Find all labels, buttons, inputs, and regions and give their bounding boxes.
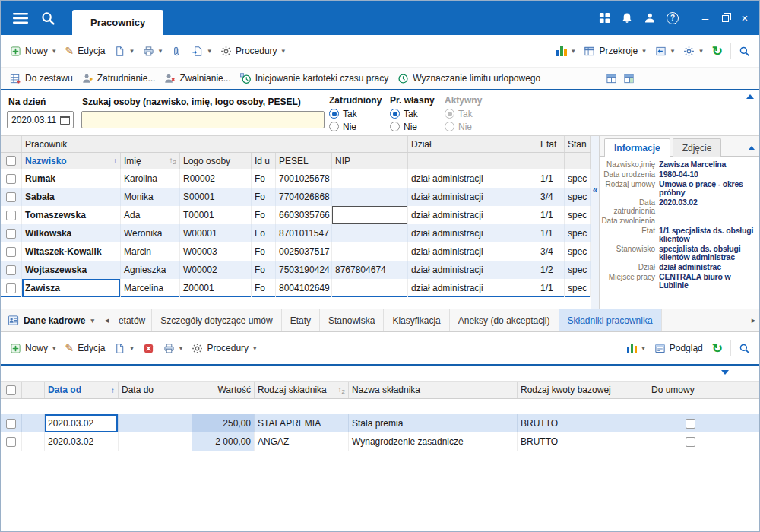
refresh-button[interactable]: ↻ (708, 339, 727, 358)
cell-nazwa[interactable]: Wynagrodzenie zasadnicze (349, 432, 518, 451)
column-imie[interactable]: Imię↑2 (121, 153, 180, 169)
cell-nazwa[interactable]: Stała premia (349, 414, 518, 432)
sort-asc-icon[interactable]: ↑ (111, 386, 115, 394)
refresh-button[interactable]: ↻ (708, 42, 727, 61)
maximize-button[interactable] (720, 12, 730, 24)
pr-wlasny-tak-radio[interactable]: Tak (390, 108, 435, 119)
cell-nip[interactable] (332, 279, 408, 297)
inicjowanie-button[interactable]: Inicjowanie kartoteki czasu pracy (236, 70, 393, 87)
cell-dzial[interactable]: dział administracji (408, 242, 537, 261)
cell-stan[interactable]: spec (565, 224, 591, 242)
column-etat[interactable]: Etat (537, 136, 565, 152)
cell-id[interactable]: Fo (252, 261, 276, 279)
procedures-button[interactable]: Procedury ▾ (187, 340, 261, 357)
employee-row[interactable]: Wilkowska Weronika W00001 Fo 8701011547 … (1, 224, 591, 242)
column-logo-osoby[interactable]: Logo osoby (180, 153, 252, 169)
cell-pesel[interactable]: 7001025678 (276, 169, 332, 188)
column-data-od[interactable]: Data od↑ (45, 382, 119, 398)
component-row[interactable]: 2020.03.02 2 000,00 ANGAZ Wynagrodzenie … (1, 432, 759, 451)
window-nav-button[interactable]: ▾ (651, 43, 679, 60)
cell-imie[interactable]: Weronika (121, 224, 180, 242)
document-menu-button[interactable]: ▾ (109, 43, 138, 60)
column-data-do[interactable]: Data do (119, 382, 192, 398)
cell-rodzaj[interactable]: STALAPREMIA (255, 414, 349, 432)
cell-wartosc[interactable]: 250,00 (192, 414, 255, 432)
cell-nip-editing[interactable] (332, 206, 408, 224)
tab-aneksy[interactable]: Aneksy (do akceptacji) (450, 309, 559, 331)
tabs-scroll-left[interactable]: ◂ (101, 309, 112, 331)
column-rodzaj-kwoty[interactable]: Rodzaj kwoty bazowej (518, 382, 648, 398)
cell-kwota[interactable]: BRUTTO (518, 414, 648, 432)
column-id[interactable]: Id u (252, 153, 276, 169)
tabs-scroll-right[interactable]: ▸ (748, 309, 759, 331)
menu-icon[interactable] (7, 1, 34, 35)
new-component-button[interactable]: Nowy ▾ (5, 340, 61, 357)
row-checkbox[interactable] (6, 211, 16, 220)
cell-pesel[interactable]: 8701011547 (276, 224, 332, 242)
cell-logo[interactable]: W00002 (180, 261, 252, 279)
cell-pesel[interactable]: 0025037517 (276, 242, 332, 261)
cell-nip[interactable] (332, 169, 408, 188)
tab-informacje[interactable]: Informacje (604, 138, 670, 157)
pr-wlasny-nie-radio[interactable]: Nie (390, 121, 435, 132)
cell-etat[interactable]: 1/1 (537, 206, 565, 224)
column-dzial[interactable]: Dział (408, 136, 537, 152)
cell-data-od-focused[interactable]: 2020.03.02 (45, 414, 119, 432)
column-stan[interactable]: Stan (565, 136, 591, 152)
cell-pesel[interactable]: 6603035766 (276, 206, 332, 224)
cell-imie[interactable]: Marcin (121, 242, 180, 261)
dane-kadrowe-selector[interactable]: Dane kadrowe ▾ (1, 309, 101, 331)
szukaj-input[interactable] (81, 111, 325, 128)
cell-data-do[interactable] (119, 432, 192, 451)
column-do-umowy[interactable]: Do umowy (648, 382, 733, 398)
przekroje-button[interactable]: Przekroje ▾ (579, 43, 650, 60)
select-all-checkbox[interactable] (6, 156, 16, 166)
cell-nip[interactable] (332, 224, 408, 242)
cell-etat[interactable]: 1/1 (537, 169, 565, 188)
row-checkbox[interactable] (6, 265, 16, 275)
sort-asc-icon[interactable]: ↑2 (169, 156, 176, 166)
row-checkbox[interactable] (6, 283, 16, 293)
cell-etat[interactable]: 1/1 (537, 224, 565, 242)
employee-row[interactable]: Wojtaszewska Agnieszka W00002 Fo 7503190… (1, 261, 591, 279)
tab-etaty[interactable]: Etaty (282, 309, 320, 331)
zatrudniony-nie-radio[interactable]: Nie (329, 121, 382, 132)
tab-etatow[interactable]: etatów (112, 309, 152, 331)
cell-dzial[interactable]: dział administracji (408, 188, 537, 206)
edit-button[interactable]: ✎ Edycja (61, 43, 110, 59)
do-umowy-checkbox[interactable] (686, 437, 695, 447)
na-dzien-input[interactable]: 2020.03.11 (7, 111, 74, 128)
column-wartosc[interactable]: Wartość (192, 382, 255, 398)
cell-stan[interactable]: spec (565, 242, 591, 261)
cell-nazwisko[interactable]: Rumak (22, 169, 121, 188)
search-icon[interactable] (34, 1, 62, 35)
cell-data-od[interactable]: 2020.03.02 (45, 432, 119, 451)
chart-button[interactable]: ▾ (622, 340, 650, 356)
apps-grid-icon[interactable] (599, 12, 610, 24)
new-button[interactable]: Nowy ▾ (5, 43, 61, 60)
minimize-button[interactable]: – (700, 12, 711, 24)
column-nazwisko[interactable]: Nazwisko↑ (22, 153, 121, 169)
cell-imie[interactable]: Marcelina (121, 279, 180, 297)
cell-dzial[interactable]: dział administracji (408, 224, 537, 242)
calendar-icon[interactable] (60, 116, 70, 125)
panel-collapse-handle[interactable]: « (591, 136, 600, 309)
column-rodzaj-skladnika[interactable]: Rodzaj składnika↑2 (255, 382, 349, 398)
settings-button[interactable]: ▾ (679, 43, 708, 60)
cell-logo[interactable]: T00001 (180, 206, 252, 224)
search-records-button[interactable] (734, 43, 755, 60)
row-checkbox[interactable] (6, 229, 16, 239)
cell-stan[interactable]: spec (565, 169, 591, 188)
cell-nazwisko[interactable]: Witaszek-Kowalik (22, 242, 121, 261)
cell-nazwisko-focused[interactable]: Zawisza (22, 279, 121, 297)
collapse-filter-icon[interactable] (746, 94, 754, 99)
attachment-button[interactable] (166, 43, 187, 60)
employee-row[interactable]: Witaszek-Kowalik Marcin W00003 Fo 002503… (1, 242, 591, 261)
row-checkbox[interactable] (6, 174, 16, 184)
grid-columns-icon[interactable] (623, 73, 635, 84)
employee-row[interactable]: Rumak Karolina R00002 Fo 7001025678 dzia… (1, 169, 591, 188)
cell-pesel[interactable]: 7503190424 (276, 261, 332, 279)
edit-component-button[interactable]: ✎ Edycja (61, 340, 110, 356)
help-icon[interactable]: ? (667, 12, 679, 24)
cell-imie[interactable]: Agnieszka (121, 261, 180, 279)
